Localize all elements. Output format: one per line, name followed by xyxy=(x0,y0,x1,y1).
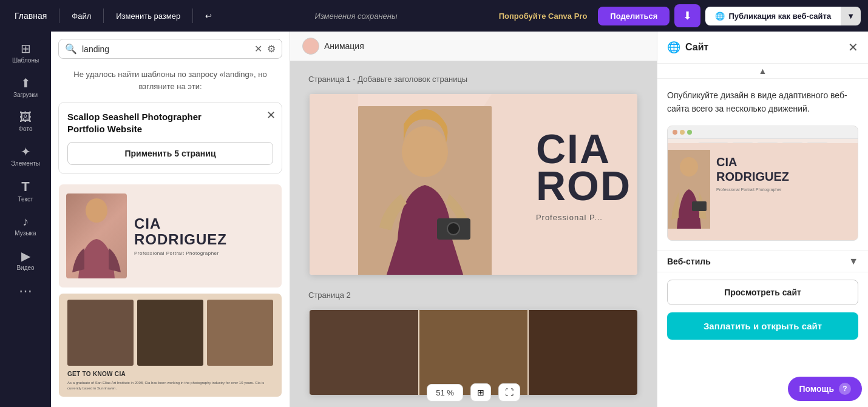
zoom-display: 51 % xyxy=(427,384,463,402)
dot1 xyxy=(673,130,677,135)
no-results-text: Не удалось найти шаблоны по запросу «lan… xyxy=(51,59,290,97)
canvas-area: Анимация Страница 1 - Добавьте заголовок… xyxy=(290,32,657,407)
thumb2-img1 xyxy=(67,300,134,366)
try-pro-button[interactable]: Попробуйте Canva Pro xyxy=(493,8,594,24)
right-panel: 🌐 Сайт ✕ ▲ Опубликуйте дизайн в виде ада… xyxy=(657,32,868,407)
home-button[interactable]: Главная xyxy=(7,7,54,24)
template-list: CIA RODRIGUEZ Professional Portrait Phot… xyxy=(51,179,290,407)
dot3 xyxy=(687,130,692,135)
template-popup-title: Scallop Seashell Photographer Portfolio … xyxy=(67,111,237,135)
publish-dropdown-button[interactable]: ▼ xyxy=(841,7,861,25)
thumb2-img2 xyxy=(137,300,203,366)
view-site-button[interactable]: Просмотреть сайт xyxy=(667,280,858,305)
search-input[interactable] xyxy=(82,44,249,54)
top-center: Изменения сохранены xyxy=(222,12,490,21)
preview-name1: CIA xyxy=(716,156,789,168)
page1-name-rod: ROD xyxy=(536,167,631,204)
template-popup-card: Scallop Seashell Photographer Portfolio … xyxy=(58,102,282,174)
page2-label: Страница 2 xyxy=(308,291,351,300)
search-bar: 🔍 ✕ ⚙ xyxy=(58,39,282,59)
bottom-bar: 51 % ⊞ ⛶ xyxy=(290,378,657,407)
sidebar-item-elements[interactable]: ✦ Элементы xyxy=(4,140,47,172)
elements-icon: ✦ xyxy=(21,144,31,159)
sidebar-item-video[interactable]: ▶ Видео xyxy=(4,244,47,276)
animation-label: Анимация xyxy=(324,41,364,51)
thumb2-title: GET TO KNOW CIA xyxy=(67,371,273,377)
thumb1-text: CIA RODRIGUEZ Professional Portrait Phot… xyxy=(134,217,227,256)
divider xyxy=(103,8,104,23)
publish-button[interactable]: 🌐 Публикация как веб-сайта xyxy=(705,7,841,25)
web-style-label: Веб-стиль xyxy=(667,257,711,266)
templates-icon: ⊞ xyxy=(21,41,31,56)
preview-subtitle: Professional Portrait Photographer xyxy=(716,187,789,192)
fullscreen-button[interactable]: ⛶ xyxy=(498,383,520,402)
undo-button[interactable]: ↩ xyxy=(198,8,219,24)
divider xyxy=(59,8,59,23)
preview-photo xyxy=(668,150,710,229)
search-clear-button[interactable]: ✕ xyxy=(254,43,262,55)
thumb2-body: As a graduate of San Elias Art Institute… xyxy=(67,380,273,391)
page1-name-cia: CIA xyxy=(536,130,631,167)
uploads-label: Загрузки xyxy=(13,92,38,98)
sidebar-item-music[interactable]: ♪ Музыка xyxy=(4,210,47,241)
page1-label-row: Страница 1 - Добавьте заголовок страницы xyxy=(302,73,467,84)
thumb1-name2: RODRIGUEZ xyxy=(134,232,227,247)
thumb1-photo-inner xyxy=(66,193,127,278)
preview-thumbnail: CIA RODRIGUEZ Professional Portrait Phot… xyxy=(667,126,858,241)
template-thumb-2[interactable]: GET TO KNOW CIA As a graduate of San Eli… xyxy=(58,293,282,397)
svg-rect-8 xyxy=(692,201,707,211)
thumb2-content: GET TO KNOW CIA As a graduate of San Eli… xyxy=(59,294,282,397)
svg-point-0 xyxy=(86,198,107,223)
help-button[interactable]: Помощь ? xyxy=(788,377,862,401)
svg-point-5 xyxy=(447,223,459,235)
share-button[interactable]: Поделиться xyxy=(598,7,670,25)
file-button[interactable]: Файл xyxy=(64,8,98,24)
thumb1-photo xyxy=(66,193,127,278)
panel-description: Опубликуйте дизайн в виде адаптивного ве… xyxy=(657,79,868,126)
sidebar-item-more[interactable]: ⋯ xyxy=(4,278,47,304)
right-panel-scroll[interactable]: ▲ Опубликуйте дизайн в виде адаптивного … xyxy=(657,64,868,407)
preview-text: CIA RODRIGUEZ Professional Portrait Phot… xyxy=(710,150,795,229)
sidebar-item-photos[interactable]: 🖼 Фото xyxy=(4,106,47,137)
elements-label: Элементы xyxy=(11,160,40,167)
thumb1-name1: CIA xyxy=(134,217,227,231)
page1-text-area: CIA ROD Professional P... xyxy=(536,130,631,222)
thumb2-text-block: GET TO KNOW CIA As a graduate of San Eli… xyxy=(67,371,273,391)
dot2 xyxy=(680,130,685,135)
svg-point-7 xyxy=(680,157,698,177)
page1-photo xyxy=(358,106,492,275)
template-thumb-1[interactable]: CIA RODRIGUEZ Professional Portrait Phot… xyxy=(58,184,282,288)
web-style-arrow-button[interactable]: ▼ xyxy=(849,256,858,267)
search-settings-button[interactable]: ⚙ xyxy=(267,43,276,55)
text-label: Текст xyxy=(18,196,33,203)
thumb1-content: CIA RODRIGUEZ Professional Portrait Phot… xyxy=(59,184,282,288)
top-right: Попробуйте Canva Pro Поделиться ⬇ 🌐 Публ… xyxy=(493,4,861,27)
page1-title-link[interactable]: Добавьте заголовок страницы xyxy=(358,75,467,84)
sidebar-item-uploads[interactable]: ⬆ Загрузки xyxy=(4,71,47,103)
grid-view-button[interactable]: ⊞ xyxy=(470,383,491,402)
apply-template-button[interactable]: Применить 5 страниц xyxy=(67,142,273,165)
svg-point-3 xyxy=(402,126,448,177)
sidebar-item-templates[interactable]: ⊞ Шаблоны xyxy=(4,36,47,69)
thumb1-person-svg xyxy=(66,193,127,278)
download-button[interactable]: ⬇ xyxy=(674,4,700,27)
page1-person-svg xyxy=(358,106,492,275)
browser-dots xyxy=(668,126,858,139)
video-icon: ▶ xyxy=(21,249,30,263)
globe-icon: 🌐 xyxy=(667,41,680,54)
page1-label-text: Страница 1 - xyxy=(308,75,356,84)
color-swatch[interactable] xyxy=(302,38,319,55)
resize-button[interactable]: Изменить размер xyxy=(109,8,188,24)
scroll-up-button[interactable]: ▲ xyxy=(759,66,767,76)
template-popup-close-button[interactable]: ✕ xyxy=(266,109,276,122)
right-panel-title: 🌐 Сайт xyxy=(667,41,708,54)
main-content: ⊞ Шаблоны ⬆ Загрузки 🖼 Фото ✦ Элементы T… xyxy=(0,32,868,407)
right-panel-close-button[interactable]: ✕ xyxy=(848,40,858,55)
sidebar-item-text[interactable]: T Текст xyxy=(4,174,47,207)
scroll-up-row: ▲ xyxy=(657,64,868,79)
thumb2-img3 xyxy=(207,300,273,366)
pay-button[interactable]: Заплатить и открыть сайт xyxy=(667,312,858,340)
canvas-scroll[interactable]: Страница 1 - Добавьте заголовок страницы xyxy=(290,61,657,407)
canvas-page-1[interactable]: CIA ROD Professional P... xyxy=(310,94,637,275)
publish-group: 🌐 Публикация как веб-сайта ▼ xyxy=(705,7,861,25)
